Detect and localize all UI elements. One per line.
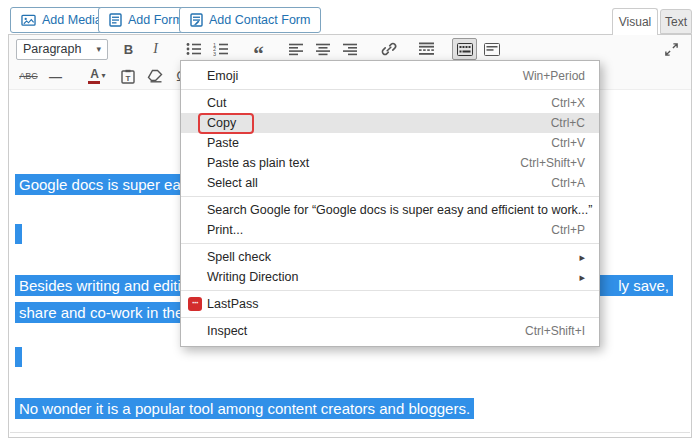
tab-visual[interactable]: Visual <box>612 8 658 35</box>
menu-item-paste-as-plain-text[interactable]: Paste as plain text Ctrl+Shift+V <box>181 153 599 173</box>
add-media-label: Add Media <box>42 13 102 27</box>
menu-item-label: Writing Direction <box>207 267 298 287</box>
svg-text:3: 3 <box>213 51 216 56</box>
menu-item-print[interactable]: Print... Ctrl+P <box>181 220 599 240</box>
menu-separator <box>181 290 599 291</box>
menu-item-label: Inspect <box>207 321 247 341</box>
menu-separator <box>181 196 599 197</box>
text-color-swatch <box>88 81 100 84</box>
selected-paragraph-3[interactable]: No wonder it is a popular tool among con… <box>15 398 474 419</box>
submenu-arrow-icon: ▸ <box>579 267 585 287</box>
keyboard-icon[interactable] <box>479 38 504 60</box>
read-more-tag-icon[interactable] <box>414 38 439 60</box>
align-left-icon[interactable] <box>284 38 309 60</box>
menu-item-shortcut: Win+Period <box>523 66 585 86</box>
menu-separator <box>181 243 599 244</box>
tab-text[interactable]: Text <box>660 9 692 34</box>
menu-item-writing-direction[interactable]: Writing Direction ▸ <box>181 267 599 287</box>
svg-text:T: T <box>125 73 130 82</box>
menu-item-label: Paste <box>207 133 239 153</box>
form-icon <box>109 13 122 27</box>
menu-item-label: Print... <box>207 220 243 240</box>
menu-item-shortcut: Ctrl+C <box>551 113 585 133</box>
selected-empty-line[interactable] <box>15 224 22 244</box>
copy-highlight-annotation: Copy <box>198 113 254 134</box>
menu-item-emoji[interactable]: Emoji Win+Period <box>181 66 599 86</box>
strikethrough-icon[interactable]: ABC <box>16 65 41 87</box>
horizontal-rule-icon[interactable]: — <box>43 65 68 87</box>
numbered-list-icon[interactable]: 123 <box>208 38 233 60</box>
menu-item-shortcut: Ctrl+A <box>551 173 585 193</box>
fullscreen-icon[interactable] <box>659 38 684 60</box>
menu-item-label: Cut <box>207 93 226 113</box>
add-contact-form-button[interactable]: Add Contact Form <box>179 7 321 33</box>
menu-item-label: Select all <box>207 173 258 193</box>
menu-item-shortcut: Ctrl+X <box>551 93 585 113</box>
blockquote-icon[interactable]: “ <box>246 38 271 60</box>
lastpass-icon: ··· <box>188 297 202 311</box>
menu-item-shortcut: Ctrl+Shift+I <box>525 321 585 341</box>
link-icon[interactable] <box>376 38 401 60</box>
media-icon <box>21 13 36 27</box>
paragraph-format-value: Paragraph <box>23 42 81 56</box>
paste-as-text-icon[interactable]: T <box>115 65 140 87</box>
menu-separator <box>181 317 599 318</box>
chevron-down-icon: ▾ <box>96 45 101 54</box>
menu-item-spell-check[interactable]: Spell check ▸ <box>181 247 599 267</box>
submenu-arrow-icon: ▸ <box>579 247 585 267</box>
wordpress-classic-editor-screen: Add Media Add Form Add Contact Form Visu… <box>0 0 700 438</box>
tab-visual-label: Visual <box>619 15 651 29</box>
contact-form-icon <box>190 13 203 27</box>
menu-item-paste[interactable]: Paste Ctrl+V <box>181 133 599 153</box>
menu-item-label: Search Google for “Google docs is super … <box>207 200 592 220</box>
add-form-label: Add Form <box>128 13 183 27</box>
align-center-icon[interactable] <box>311 38 336 60</box>
menu-item-label: Paste as plain text <box>207 153 309 173</box>
bold-icon[interactable]: B <box>116 38 141 60</box>
menu-separator <box>181 89 599 90</box>
menu-item-shortcut: Ctrl+P <box>551 220 585 240</box>
bulleted-list-icon[interactable] <box>181 38 206 60</box>
paragraph-format-dropdown[interactable]: Paragraph ▾ <box>16 39 108 60</box>
clear-formatting-icon[interactable] <box>142 65 167 87</box>
menu-item-label: Spell check <box>207 247 271 267</box>
toolbar-toggle-icon[interactable] <box>452 38 477 60</box>
menu-item-label: LastPass <box>207 294 258 314</box>
menu-item-label: Emoji <box>207 66 238 86</box>
italic-icon[interactable]: I <box>143 38 168 60</box>
editor-toolbar-row-1: Paragraph ▾ B I 123 “ <box>9 35 691 63</box>
chevron-down-icon: ▾ <box>101 72 105 80</box>
add-contact-form-label: Add Contact Form <box>209 13 310 27</box>
menu-item-label: Copy <box>207 116 236 130</box>
text-color-icon[interactable]: A ▾ <box>81 65 113 87</box>
menu-item-shortcut: Ctrl+Shift+V <box>520 153 585 173</box>
menu-item-inspect[interactable]: Inspect Ctrl+Shift+I <box>181 321 599 341</box>
align-right-icon[interactable] <box>338 38 363 60</box>
editor-statusbar-divider <box>10 432 690 433</box>
menu-item-cut[interactable]: Cut Ctrl+X <box>181 93 599 113</box>
tab-text-label: Text <box>665 15 687 29</box>
menu-item-select-all[interactable]: Select all Ctrl+A <box>181 173 599 193</box>
menu-item-search-google[interactable]: Search Google for “Google docs is super … <box>181 200 599 220</box>
menu-item-shortcut: Ctrl+V <box>551 133 585 153</box>
paragraph-2-right-fragment: ly save, <box>618 275 669 296</box>
menu-item-lastpass[interactable]: ··· LastPass <box>181 294 599 314</box>
selected-empty-line[interactable] <box>15 347 22 367</box>
menu-item-copy[interactable]: Copy Ctrl+C <box>181 113 599 133</box>
context-menu: Emoji Win+Period Cut Ctrl+X Copy Ctrl+C … <box>180 60 600 347</box>
